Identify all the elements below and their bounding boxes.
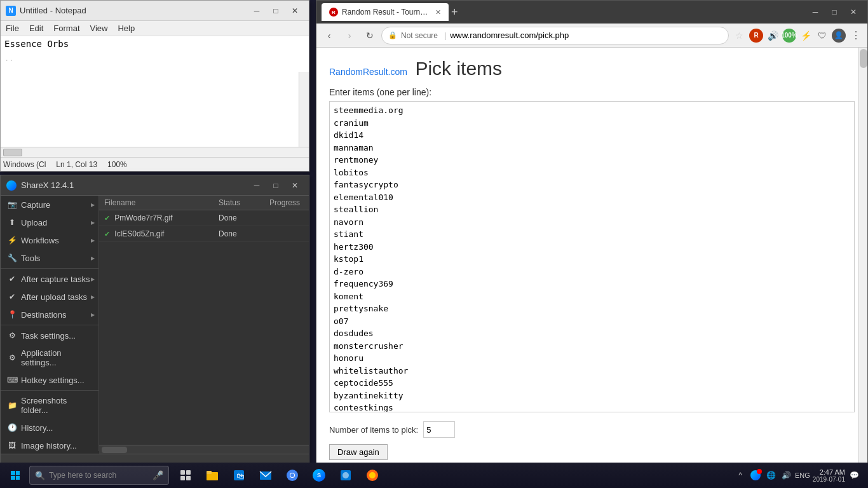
sidebar-item-workflows[interactable]: ⚡ Workflows (1, 231, 98, 249)
tray-network-icon[interactable]: 🌐 (764, 469, 777, 482)
browser-forward-button[interactable]: › (341, 27, 358, 44)
browser-close-button[interactable]: ✕ (844, 5, 862, 19)
notepad-maximize-button[interactable]: □ (267, 4, 285, 18)
tray-clock[interactable]: 2:47 AM 2019-07-01 (813, 468, 845, 483)
sharex-maximize-button[interactable]: □ (267, 179, 285, 193)
ext-icon-profile[interactable]: 👤 (832, 29, 846, 43)
sidebar-item-after-upload[interactable]: ✔ After upload tasks (1, 288, 98, 306)
ext-icon-shield[interactable]: 100% (782, 29, 796, 43)
sidebar-item-destinations[interactable]: 📍 Destinations (1, 306, 98, 323)
taskbar-apps: 🛍 S (173, 463, 385, 488)
sidebar-item-history[interactable]: 🕐 History... (1, 419, 98, 437)
col-filename: Filename (104, 198, 219, 207)
notepad-statusbar: Windows (Cl Ln 1, Col 13 100% (1, 157, 309, 171)
sharex-hscrollbar[interactable] (99, 445, 309, 454)
sidebar-item-task-settings[interactable]: ⚙ Task settings... (1, 327, 98, 344)
page-title: Pick items (415, 58, 502, 79)
sharex-minimize-button[interactable]: ─ (248, 179, 266, 193)
ext-icon-1[interactable]: R (749, 29, 763, 43)
tray-language[interactable]: ENG (795, 471, 810, 479)
notepad-menu-edit[interactable]: Edit (24, 22, 48, 34)
browser-back-button[interactable]: ‹ (320, 27, 338, 44)
ext-icon-5[interactable]: 🛡 (815, 29, 829, 43)
sidebar-image-history-label: Image history... (21, 441, 77, 451)
sharex-sidebar: 📷 Capture ⬆ Upload ⚡ Workflows 🔧 Tools ✔… (1, 196, 99, 451)
items-label: Enter items (one per line): (329, 87, 855, 97)
browser-address-bar[interactable]: 🔒 Not secure | www.randomresult.com/pick… (381, 27, 729, 44)
notepad-menu-view[interactable]: View (85, 22, 113, 34)
notepad-status-zoom: 100% (107, 160, 127, 169)
pick-number-input[interactable] (423, 421, 455, 438)
sharex-body: 📷 Capture ⬆ Upload ⚡ Workflows 🔧 Tools ✔… (1, 196, 309, 451)
store-icon: 🛍 (233, 469, 245, 482)
pick-label: Number of items to pick: (329, 425, 418, 435)
browser-header: RandomResult.com Pick items (329, 58, 855, 79)
ext-icon-volume[interactable]: 🔊 (766, 29, 780, 43)
table-row[interactable]: ✔ IclES0d5Zn.gif Done (99, 226, 309, 242)
browser-maximize-button[interactable]: □ (825, 5, 843, 19)
sidebar-item-image-history[interactable]: 🖼 Image history... (1, 437, 98, 451)
browser-extensions: R 🔊 100% ⚡ 🛡 👤 ⋮ (749, 28, 864, 43)
table-row[interactable]: ✔ PmWode7r7R.gif Done (99, 210, 309, 226)
taskbar-chrome[interactable] (280, 463, 305, 488)
tray-volume-icon[interactable]: 🔊 (780, 469, 792, 482)
taskbar: 🔍 Type here to search 🎤 🛍 (0, 463, 868, 488)
sharex-main: Filename Status Progress ✔ PmWode7r7R.gi… (99, 196, 309, 451)
sharex-close-button[interactable]: ✕ (286, 179, 304, 193)
sidebar-item-tools[interactable]: 🔧 Tools (1, 249, 98, 267)
sidebar-item-after-capture[interactable]: ✔ After capture tasks (1, 270, 98, 288)
browser-bookmark-button[interactable]: ☆ (731, 28, 747, 43)
sidebar-item-capture[interactable]: 📷 Capture (1, 196, 98, 214)
browser-toolbar: ‹ › ↻ 🔒 Not secure | www.randomresult.co… (316, 24, 867, 48)
file-explorer-icon (206, 469, 219, 482)
taskbar-photos[interactable] (333, 463, 358, 488)
taskbar-search-bar[interactable]: 🔍 Type here to search 🎤 (29, 466, 169, 485)
draw-again-button[interactable]: Draw again (329, 444, 388, 460)
browser-window: R Random Result - Tournament dr... ✕ + ─… (316, 0, 868, 483)
sidebar-item-upload[interactable]: ⬆ Upload (1, 214, 98, 231)
sidebar-after-upload-label: After upload tasks (21, 292, 87, 302)
browser-tab-close-button[interactable]: ✕ (435, 8, 441, 17)
sidebar-item-screenshots-folder[interactable]: 📁 Screenshots folder... (1, 392, 98, 419)
taskbar-file-explorer[interactable] (200, 463, 225, 488)
after-capture-icon: ✔ (7, 274, 17, 284)
taskbar-mail[interactable] (253, 463, 278, 488)
notepad-menu-format[interactable]: Format (48, 22, 85, 34)
notepad-status-position: Ln 1, Col 13 (56, 160, 97, 169)
tray-up-arrow-icon[interactable]: ^ (734, 469, 747, 482)
notepad-menu-file[interactable]: File (1, 22, 24, 34)
history-icon: 🕐 (7, 423, 17, 433)
svg-point-11 (290, 473, 294, 477)
notepad-titlebar: N Untitled - Notepad ─ □ ✕ (1, 1, 309, 21)
browser-window-controls: ─ □ ✕ (806, 5, 862, 19)
ext-icon-4[interactable]: ⚡ (799, 29, 813, 43)
browser-new-tab-button[interactable]: + (451, 6, 458, 19)
tray-sharex-icon[interactable] (749, 469, 762, 482)
browser-menu-button[interactable]: ⋮ (848, 28, 864, 43)
notepad-hscrollbar[interactable] (1, 147, 309, 157)
taskbar-voice-icon[interactable]: 🎤 (153, 470, 163, 480)
taskbar-task-view[interactable] (173, 463, 198, 488)
sidebar-item-app-settings[interactable]: ⚙ Application settings... (1, 344, 98, 371)
browser-active-tab[interactable]: R Random Result - Tournament dr... ✕ (322, 3, 449, 21)
notepad-minimize-button[interactable]: ─ (248, 4, 266, 18)
svg-point-13 (342, 472, 349, 478)
draw-button-row: Draw again (329, 444, 855, 460)
notepad-title: Untitled - Notepad (20, 6, 248, 15)
browser-minimize-button[interactable]: ─ (806, 5, 824, 19)
notepad-menu-help[interactable]: Help (112, 22, 140, 34)
notepad-close-button[interactable]: ✕ (286, 4, 304, 18)
site-link[interactable]: RandomResult.com (329, 67, 407, 77)
items-textarea[interactable] (329, 101, 855, 412)
browser-refresh-button[interactable]: ↻ (361, 27, 379, 44)
sidebar-item-hotkey-settings[interactable]: ⌨ Hotkey settings... (1, 371, 98, 389)
taskbar-store[interactable]: 🛍 (226, 463, 252, 488)
browser-vscrollbar[interactable] (858, 48, 867, 484)
taskbar-sharex-app[interactable]: S (306, 463, 332, 488)
app-settings-icon: ⚙ (7, 353, 17, 363)
not-secure-label: Not secure (401, 31, 438, 40)
tray-notification-icon[interactable]: 💬 (848, 469, 860, 482)
svg-rect-3 (186, 476, 191, 480)
taskbar-firefox[interactable] (360, 463, 385, 488)
start-button[interactable] (3, 463, 28, 488)
